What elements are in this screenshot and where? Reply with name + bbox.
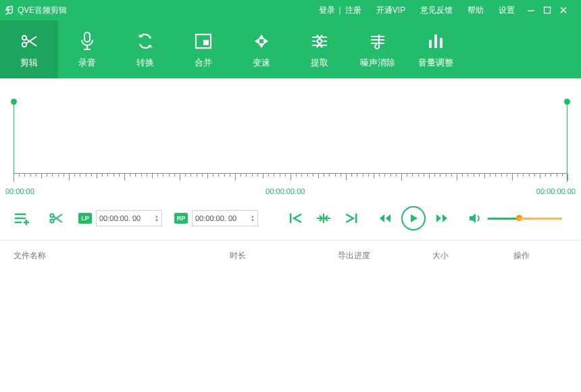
time-labels: 00:00:00 00:00:00.00 00:00:00.00 xyxy=(5,187,576,195)
add-file-button[interactable] xyxy=(14,212,30,225)
convert-icon xyxy=(136,30,155,53)
left-point-time-input[interactable]: 00:00:00. 00 ▲▼ xyxy=(96,210,162,226)
rp-time-value: 00:00:00. 00 xyxy=(195,214,236,222)
tool-label: 合并 xyxy=(195,57,212,69)
lp-time-value: 00:00:00. 00 xyxy=(99,214,141,222)
waveform-area[interactable]: 00:00:00 00:00:00.00 00:00:00.00 xyxy=(0,78,581,197)
goto-start-button[interactable] xyxy=(289,213,303,224)
tool-label: 音量调整 xyxy=(418,57,453,69)
main-toolbar: 剪辑 录音 转换 合并 变速 提取 噪声消除 xyxy=(0,20,581,78)
svg-rect-8 xyxy=(429,40,432,48)
svg-rect-13 xyxy=(290,214,292,223)
app-title: QVE音频剪辑 xyxy=(18,5,67,16)
svg-rect-10 xyxy=(440,38,443,48)
col-size: 大小 xyxy=(432,250,513,262)
col-filename: 文件名称 xyxy=(14,250,230,262)
feedback-link[interactable]: 意见反馈 xyxy=(420,5,453,16)
goto-end-button[interactable] xyxy=(345,213,358,224)
control-bar: LP 00:00:00. 00 ▲▼ RP 00:00:00. 00 ▲▼ xyxy=(0,197,581,241)
tool-label: 录音 xyxy=(78,57,96,69)
tool-edit[interactable]: 剪辑 xyxy=(0,20,58,78)
tool-label: 提取 xyxy=(311,57,328,69)
volume-bars-icon xyxy=(427,30,445,53)
lp-badge: LP xyxy=(78,213,92,224)
app-logo-icon xyxy=(5,5,14,15)
tool-denoise[interactable]: 噪声消除 xyxy=(349,20,407,78)
svg-rect-4 xyxy=(84,32,90,42)
svg-rect-14 xyxy=(323,214,324,223)
help-link[interactable]: 帮助 xyxy=(468,5,484,16)
vip-link[interactable]: 开通VIP xyxy=(376,5,405,16)
tool-label: 噪声消除 xyxy=(360,57,395,69)
volume-thumb[interactable] xyxy=(516,215,522,221)
time-ruler xyxy=(14,173,567,182)
rewind-button[interactable] xyxy=(378,213,392,224)
tool-label: 剪辑 xyxy=(20,57,38,69)
microphone-icon xyxy=(78,30,96,53)
login-link[interactable]: 登录 xyxy=(319,5,335,16)
col-duration: 时长 xyxy=(230,250,338,262)
extract-icon xyxy=(310,30,329,53)
trim-inward-button[interactable] xyxy=(316,213,331,224)
svg-rect-15 xyxy=(355,214,357,223)
time-end: 00:00:00.00 xyxy=(536,187,576,195)
tool-extract[interactable]: 提取 xyxy=(290,20,349,78)
svg-rect-9 xyxy=(434,34,437,48)
col-action: 操作 xyxy=(513,250,530,262)
svg-rect-1 xyxy=(545,7,551,14)
play-icon xyxy=(401,206,426,230)
right-point-time-input[interactable]: 00:00:00. 00 ▲▼ xyxy=(192,210,258,226)
svg-rect-0 xyxy=(528,10,534,11)
tool-volume[interactable]: 音量调整 xyxy=(407,20,465,78)
time-mid: 00:00:00.00 xyxy=(266,187,305,195)
separator: | xyxy=(339,5,341,15)
tool-convert[interactable]: 转换 xyxy=(116,20,174,78)
range-end-line xyxy=(567,101,567,182)
col-progress: 导出进度 xyxy=(338,250,432,262)
settings-link[interactable]: 设置 xyxy=(499,5,515,16)
tool-label: 变速 xyxy=(253,57,270,69)
scissors-icon xyxy=(19,30,39,53)
play-button[interactable] xyxy=(401,206,426,230)
spinner-icon[interactable]: ▲▼ xyxy=(155,214,159,222)
tool-label: 转换 xyxy=(136,57,154,69)
speed-icon xyxy=(253,30,270,53)
volume-icon[interactable] xyxy=(469,213,481,224)
close-button[interactable] xyxy=(559,6,576,14)
cut-button[interactable] xyxy=(49,212,64,225)
file-table-header: 文件名称 时长 导出进度 大小 操作 xyxy=(0,241,581,271)
tool-record[interactable]: 录音 xyxy=(58,20,116,78)
volume-slider[interactable] xyxy=(488,218,562,220)
minimize-button[interactable] xyxy=(527,6,543,14)
denoise-icon xyxy=(368,30,387,53)
svg-rect-7 xyxy=(259,39,263,43)
time-start: 00:00:00 xyxy=(5,187,34,195)
spinner-icon[interactable]: ▲▼ xyxy=(251,214,255,222)
range-start-line xyxy=(14,101,14,182)
forward-button[interactable] xyxy=(435,213,449,224)
rp-badge: RP xyxy=(174,213,188,224)
tool-merge[interactable]: 合并 xyxy=(174,20,232,78)
svg-rect-6 xyxy=(203,40,209,45)
title-bar: QVE音频剪辑 登录 | 注册 开通VIP 意见反馈 帮助 设置 xyxy=(0,0,581,20)
register-link[interactable]: 注册 xyxy=(345,5,361,16)
merge-icon xyxy=(194,30,213,53)
maximize-button[interactable] xyxy=(543,6,559,14)
tool-speed[interactable]: 变速 xyxy=(232,20,290,78)
